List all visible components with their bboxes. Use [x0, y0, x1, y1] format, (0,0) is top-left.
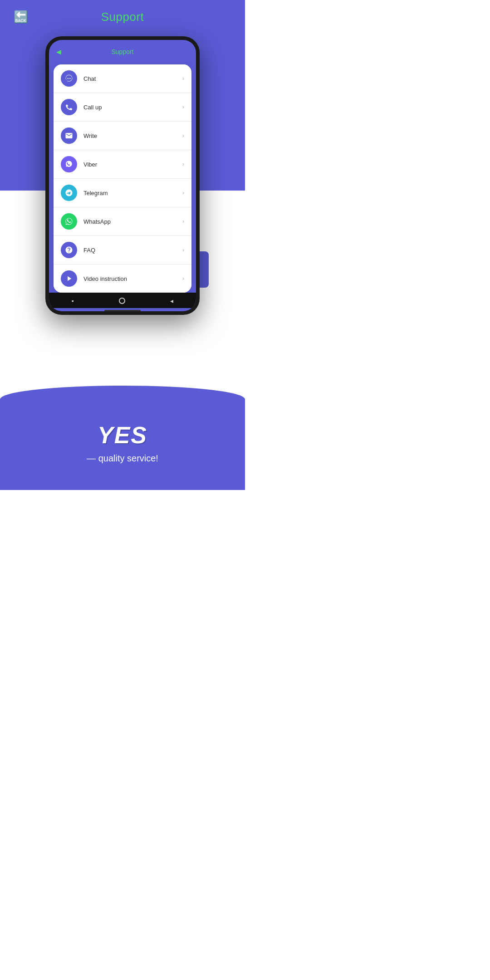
page-title: Support — [101, 10, 144, 24]
phone-header: ◀ Support — [49, 40, 196, 60]
menu-item-write[interactable]: Write › — [54, 122, 191, 150]
whatsapp-chevron: › — [182, 218, 184, 225]
whatsapp-icon — [61, 213, 77, 230]
nav-square-icon: ▪ — [72, 297, 74, 304]
wave-shape: YES — quality service! — [0, 386, 245, 490]
video-label: Video instruction — [83, 275, 182, 282]
nav-back-icon: ◂ — [170, 297, 173, 304]
viber-chevron: › — [182, 161, 184, 167]
telegram-chevron: › — [182, 190, 184, 196]
write-label: Write — [83, 132, 182, 139]
menu-item-video[interactable]: Video instruction › — [54, 265, 191, 293]
viber-icon — [61, 156, 77, 172]
menu-item-chat[interactable]: Chat › — [54, 64, 191, 93]
menu-item-telegram[interactable]: Telegram › — [54, 179, 191, 207]
video-icon — [61, 270, 77, 287]
nav-home-icon — [119, 298, 125, 304]
phone-screen-title: Support — [111, 48, 133, 55]
quality-tagline: — quality service! — [87, 453, 158, 464]
header-bar: 🔙 Support — [0, 0, 245, 29]
phone-screen: ◀ Support — [49, 40, 196, 311]
bottom-section: YES — quality service! — [0, 363, 245, 490]
call-icon — [61, 99, 77, 115]
phone-nav-bar: ▪ ◂ — [49, 293, 196, 308]
svg-point-4 — [67, 78, 68, 79]
svg-point-5 — [69, 78, 69, 79]
call-label: Call up — [83, 104, 182, 111]
menu-item-whatsapp[interactable]: WhatsApp › — [54, 207, 191, 236]
faq-label: FAQ — [83, 247, 182, 254]
menu-item-viber[interactable]: Viber › — [54, 150, 191, 179]
chat-chevron: › — [182, 75, 184, 82]
menu-item-faq[interactable]: FAQ › — [54, 236, 191, 265]
menu-item-call[interactable]: Call up › — [54, 93, 191, 122]
phone-frame: ◀ Support — [45, 36, 200, 315]
phone-mockup: ◀ Support — [45, 36, 200, 315]
svg-point-6 — [70, 78, 71, 79]
call-chevron: › — [182, 104, 184, 110]
viber-label: Viber — [83, 161, 182, 168]
chat-label: Chat — [83, 75, 182, 82]
faq-chevron: › — [182, 247, 184, 253]
top-section: 🔙 Support ◀ Support — [0, 0, 245, 191]
telegram-icon — [61, 185, 77, 201]
menu-card: Chat › Call up › — [54, 64, 191, 293]
screen-inner: ◀ Support — [49, 40, 196, 311]
write-icon — [61, 127, 77, 144]
faq-icon — [61, 242, 77, 258]
chat-icon — [61, 70, 77, 87]
nav-handle — [104, 310, 141, 311]
write-chevron: › — [182, 132, 184, 139]
phone-back-icon: ◀ — [56, 48, 61, 55]
whatsapp-label: WhatsApp — [83, 218, 182, 225]
yes-text: YES — [98, 421, 147, 449]
video-chevron: › — [182, 275, 184, 282]
back-button[interactable]: 🔙 — [14, 10, 28, 24]
telegram-label: Telegram — [83, 190, 182, 196]
